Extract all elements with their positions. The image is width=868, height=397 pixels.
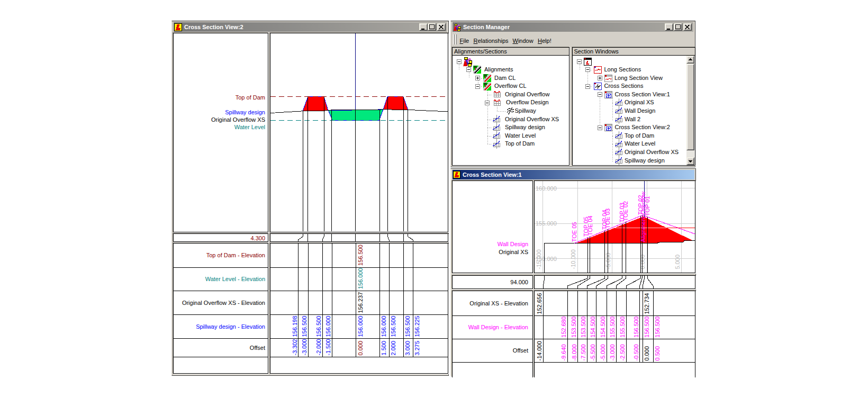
svg-text:TOE 02: TOE 02 (622, 201, 629, 221)
svg-text:0.000: 0.000 (644, 346, 650, 360)
svg-text:Original XS - Elevation: Original XS - Elevation (469, 300, 528, 306)
svg-text:154.500: 154.500 (600, 316, 606, 337)
svg-text:156.198: 156.198 (292, 316, 298, 337)
svg-text:4.300: 4.300 (250, 235, 265, 241)
svg-text:Original Overflow XS - Elevati: Original Overflow XS - Elevation (182, 300, 265, 306)
svg-text:0.000: 0.000 (357, 341, 364, 356)
svg-text:152.734: 152.734 (644, 293, 650, 314)
svg-text:Top of Dam - Elevation: Top of Dam - Elevation (206, 252, 265, 258)
svg-text:Spillway design: Spillway design (225, 109, 265, 115)
svg-text:3.275: 3.275 (414, 341, 420, 356)
svg-text:-8.000: -8.000 (571, 344, 577, 360)
svg-text:Alignment Overflow: Alignment Overflow (640, 192, 646, 242)
svg-text:156.000: 156.000 (325, 316, 331, 337)
svg-text:94.000: 94.000 (510, 279, 528, 285)
svg-text:156.237: 156.237 (357, 292, 364, 313)
svg-text:156.000: 156.000 (357, 316, 364, 337)
svg-text:Offset: Offset (513, 347, 528, 354)
svg-text:-1.500: -1.500 (325, 339, 331, 355)
svg-text:3.000: 3.000 (404, 341, 411, 356)
svg-text:156.000: 156.000 (381, 316, 387, 337)
svg-text:-2.500: -2.500 (619, 344, 626, 360)
svg-text:Top of Dam: Top of Dam (236, 94, 265, 101)
svg-text:Wall Design: Wall Design (498, 241, 528, 247)
svg-text:153.500: 153.500 (580, 316, 586, 337)
svg-text:-3.000: -3.000 (609, 344, 616, 360)
svg-text:152.656: 152.656 (536, 293, 542, 314)
svg-text:156.500: 156.500 (301, 316, 308, 337)
svg-text:156.500: 156.500 (390, 316, 396, 337)
svg-text:156.000: 156.000 (357, 268, 364, 289)
svg-text:-5.500: -5.500 (590, 344, 596, 360)
svg-text:TOE 05: TOE 05 (571, 222, 577, 242)
svg-text:156.500: 156.500 (633, 316, 639, 337)
svg-text:5.000: 5.000 (674, 255, 681, 269)
svg-text:-10.000: -10.000 (570, 249, 576, 269)
svg-text:Spillway design - Elevation: Spillway design - Elevation (196, 323, 265, 330)
svg-text:Original XS: Original XS (499, 249, 528, 255)
svg-text:Offset: Offset (250, 345, 265, 351)
svg-text:156.500: 156.500 (654, 316, 661, 337)
svg-text:-7.500: -7.500 (580, 344, 586, 360)
svg-text:155.500: 155.500 (609, 316, 616, 337)
svg-text:Water Level - Elevation: Water Level - Elevation (205, 276, 265, 282)
svg-text:0.500: 0.500 (654, 346, 661, 360)
svg-text:-15.000: -15.000 (536, 249, 542, 269)
svg-text:155.000: 155.000 (536, 220, 557, 227)
svg-text:152.680: 152.680 (560, 316, 567, 337)
svg-text:155.500: 155.500 (619, 316, 626, 337)
svg-text:-2.000: -2.000 (315, 339, 322, 355)
svg-text:Water Level: Water Level (234, 124, 265, 130)
svg-text:Original Overflow XS: Original Overflow XS (211, 116, 265, 123)
svg-text:156.225: 156.225 (414, 316, 420, 337)
svg-text:156.500: 156.500 (404, 316, 411, 337)
svg-text:153.500: 153.500 (571, 316, 577, 337)
svg-text:156.500: 156.500 (357, 245, 364, 266)
svg-text:1.500: 1.500 (381, 341, 387, 356)
svg-text:156.500: 156.500 (315, 316, 322, 337)
svg-text:TOE 04: TOE 04 (587, 215, 593, 236)
svg-text:-3.302: -3.302 (292, 339, 298, 355)
svg-text:-14.000: -14.000 (536, 341, 542, 360)
svg-text:Wall Design - Elevation: Wall Design - Elevation (468, 324, 528, 330)
svg-text:-3.000: -3.000 (301, 339, 308, 355)
svg-text:-9.640: -9.640 (560, 344, 567, 360)
svg-text:160.000: 160.000 (536, 185, 557, 192)
svg-text:-5.000: -5.000 (600, 344, 606, 360)
svg-text:2.000: 2.000 (390, 341, 396, 356)
svg-text:-0.500: -0.500 (633, 344, 639, 360)
svg-text:154.500: 154.500 (590, 316, 596, 337)
svg-text:TOE 03: TOE 03 (604, 209, 611, 229)
svg-text:156.500: 156.500 (644, 316, 650, 337)
